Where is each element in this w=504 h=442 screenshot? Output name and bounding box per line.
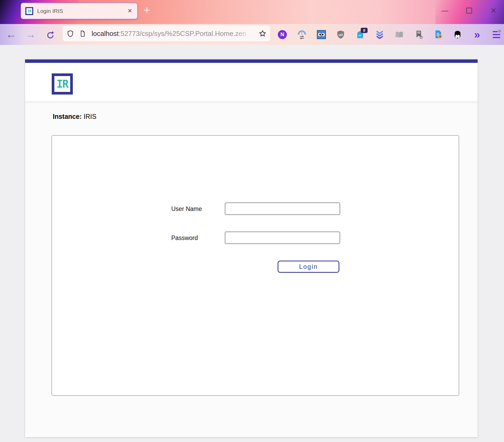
url-path: :52773/csp/sys/%25CSP.Portal.Home.zen <box>119 30 246 37</box>
shield-icon[interactable] <box>67 30 74 37</box>
n-badge-icon: N <box>278 30 287 39</box>
googly-eyes-icon <box>317 30 326 39</box>
ublock-extension-button[interactable]: uO <box>336 30 345 39</box>
minimize-button[interactable]: — <box>439 5 451 16</box>
back-button[interactable]: ← <box>4 24 18 45</box>
forward-button[interactable]: → <box>23 24 38 45</box>
bookmark-flag-star-icon <box>414 30 423 39</box>
ublock-label: uO <box>339 33 343 36</box>
panda-face-icon <box>453 30 462 39</box>
favicon-text: IR <box>27 9 31 13</box>
instance-label: Instance: <box>53 113 82 120</box>
panda-extension-button[interactable] <box>453 30 462 39</box>
ghost-extension-button[interactable]: 0 <box>355 30 365 39</box>
login-form-panel: User Name Password Login <box>51 135 459 396</box>
page-header: IR <box>25 63 478 101</box>
bookmark-flag-extension-button[interactable] <box>414 30 424 39</box>
address-bar[interactable]: localhost:52773/csp/sys/%25CSP.Portal.Ho… <box>63 25 270 42</box>
url-fade-overlay <box>235 30 256 38</box>
reader-extension-button[interactable] <box>394 30 404 39</box>
notification-dot <box>498 30 501 33</box>
toolbar-overflow-button[interactable]: » <box>472 30 482 39</box>
document-download-extension-button[interactable] <box>434 30 443 39</box>
password-input[interactable] <box>225 232 340 244</box>
iris-favicon-icon: IR <box>25 7 33 15</box>
username-input[interactable] <box>225 203 340 215</box>
extension-toolbar: N uO <box>278 24 501 45</box>
reload-icon <box>46 31 54 39</box>
n-extension-button[interactable]: N <box>278 30 287 39</box>
page-accent-bar <box>25 59 478 63</box>
maximize-icon <box>466 8 472 13</box>
page-info-icon[interactable] <box>79 30 86 37</box>
instance-line: Instance: IRIS <box>53 113 96 120</box>
login-button[interactable]: Login <box>278 261 339 273</box>
password-label: Password <box>171 234 198 242</box>
iris-logo-text: IR <box>56 78 68 90</box>
iris-logo: IR <box>52 73 73 95</box>
maximize-button[interactable] <box>463 5 475 16</box>
url-text[interactable]: localhost:52773/csp/sys/%25CSP.Portal.Ho… <box>92 30 256 38</box>
ublock-shield-icon: uO <box>336 30 345 39</box>
document-download-icon <box>434 30 443 39</box>
reload-button[interactable] <box>43 24 58 45</box>
login-page: IR Instance: IRIS User Name Password Log… <box>25 59 478 437</box>
window-controls: — × <box>439 5 499 16</box>
umbrella-arrows-icon <box>297 30 307 39</box>
tab-title: Login IRIS <box>37 8 127 14</box>
triple-chevron-icon <box>375 30 384 39</box>
title-bar: IR Login IRIS × + — × <box>0 0 504 24</box>
googly-eyes-extension-button[interactable] <box>317 30 326 39</box>
url-host: localhost <box>92 30 119 37</box>
double-chevron-icon: » <box>474 29 480 40</box>
browser-tab[interactable]: IR Login IRIS × <box>21 3 138 19</box>
username-label: User Name <box>171 205 202 213</box>
close-window-button[interactable]: × <box>488 5 499 16</box>
tab-close-icon[interactable]: × <box>127 7 132 15</box>
chevrons-extension-button[interactable] <box>375 30 384 39</box>
bookmark-star-icon[interactable] <box>259 30 266 37</box>
hamburger-icon <box>493 31 501 38</box>
ghost-badge-count: 0 <box>361 28 368 33</box>
umbrella-extension-button[interactable] <box>297 30 307 39</box>
instance-value: IRIS <box>82 113 97 120</box>
new-tab-button[interactable]: + <box>144 4 150 16</box>
menu-button[interactable] <box>492 30 501 39</box>
open-book-icon <box>394 30 404 39</box>
page-body: Instance: IRIS User Name Password Login <box>25 101 478 437</box>
browser-window: IR Login IRIS × + — × ← → localhost:5277… <box>0 0 504 442</box>
